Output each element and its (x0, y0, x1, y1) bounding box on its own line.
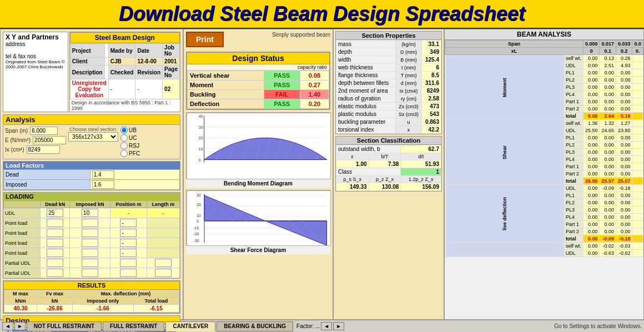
imposed-input[interactable] (92, 180, 114, 189)
xl1: 0.1 (600, 48, 616, 55)
tab-not-full-restraint[interactable]: NOT FULL RESTRAINT (27, 321, 102, 331)
tab-cantilever[interactable]: CANTILEVER (165, 321, 215, 331)
table-row: torsional index x 42.2 (336, 126, 441, 134)
svg-marker-40 (265, 221, 327, 245)
pudl1-pos-input[interactable] (120, 259, 137, 267)
moment-self-wt-1: 0.13 (600, 55, 616, 62)
xl3: 0. (632, 48, 643, 55)
pl2-imposed-input[interactable] (82, 229, 98, 237)
span-label: Span (m) (5, 128, 28, 134)
tab-bearing-buckling[interactable]: BEARING & BUCKLING (217, 321, 293, 331)
total-load-value: -6.15 (133, 305, 179, 313)
pudl2-imposed-input[interactable] (82, 269, 98, 277)
table-row: Partial UDL (4, 258, 180, 268)
sfd-chart-area: 30 20 10 0 -10 -20 -30 (186, 190, 330, 245)
udl-dead-input[interactable] (47, 209, 63, 217)
results-header: RESULTS (4, 281, 179, 290)
pudl2-pos-input[interactable] (120, 269, 137, 277)
tab-nav-right[interactable]: ► (333, 322, 344, 330)
pl1-dead-input[interactable] (47, 219, 63, 227)
svg-text:20: 20 (199, 136, 203, 140)
pudl1-imposed-input[interactable] (82, 259, 98, 267)
dead-input[interactable] (92, 170, 114, 179)
radio-pfc[interactable] (120, 150, 128, 157)
project-label: Project (70, 44, 104, 58)
pl1-imposed-input[interactable] (82, 219, 98, 227)
job-no-value: 2001 (163, 58, 180, 66)
pl2-pos-input[interactable] (120, 229, 137, 237)
col-header-imposed: Imposed kN (70, 201, 110, 208)
tab-scroll-left[interactable]: ◄ (2, 322, 13, 330)
pl4-imposed-input[interactable] (82, 249, 98, 257)
fvmax-unit: kN (37, 298, 73, 305)
e-row: E (N/mm²) (5, 136, 66, 144)
checked-value: - (108, 79, 135, 99)
pl1-pos-input[interactable] (120, 219, 137, 227)
radio-ub[interactable] (120, 127, 128, 134)
imposed-label: Imposed (4, 180, 90, 190)
radio-rsj-label[interactable]: RSJ (120, 142, 140, 149)
page-no-value: 02 (163, 79, 180, 99)
pl3-dead-input[interactable] (47, 239, 63, 247)
col-header-type (4, 201, 41, 208)
table-row: Point load (4, 238, 180, 248)
revision-label: Revision (135, 66, 163, 79)
loading-section: LOADING Dead kN Imposed kN Position m Le… (3, 192, 180, 279)
svg-text:40: 40 (199, 114, 203, 118)
table-row: Vertical shear PASS 0.08 (188, 71, 329, 81)
table-row: p_s S_x p_z Z_x 1.2p_z Z_x (336, 176, 441, 183)
page-no-label: Page No (163, 66, 180, 79)
section-props-header: Section Properties (336, 32, 441, 40)
checked-label: Checked (108, 66, 135, 79)
project-table: Project Made by Date Job No Client CJB 1… (70, 43, 180, 99)
pl3-pos-input[interactable] (120, 239, 137, 247)
factor-text: Factor: ... (296, 323, 320, 329)
table-row: Shear self wt. 1.36 1.32 1.27 (445, 120, 643, 127)
tab-scroll-right[interactable]: ► (14, 322, 26, 330)
ba-table-container[interactable]: Span 0.000 0.017 0.033 0.0 xL 0 0.1 0.2 … (445, 40, 643, 318)
bs-text: Design in accordance with BS 5950 : Part… (70, 99, 180, 112)
svg-text:0: 0 (199, 158, 201, 162)
udl-imposed-input[interactable] (82, 209, 98, 217)
span-input[interactable] (30, 127, 58, 135)
pudl2-len-input[interactable] (155, 269, 172, 277)
pl4-dead-input[interactable] (47, 249, 63, 257)
table-row: elastic modulus Zx (cm3) 473 (336, 103, 441, 110)
middle-panel: Print Simply supported beam Design Statu… (183, 29, 333, 320)
ix-input[interactable] (27, 145, 60, 154)
ba-table: Span 0.000 0.017 0.033 0.0 xL 0 0.1 0.2 … (445, 40, 643, 257)
company-originated: Originated from Steel Beam © 2000-2007 C… (6, 59, 66, 69)
tab-full-restraint[interactable]: FULL RESTRAINT (103, 321, 164, 331)
analysis-section: Analysis Span (m) E (N/mm²) Ix (cm⁴) (3, 114, 180, 159)
pl3-imposed-input[interactable] (82, 239, 98, 247)
radio-ub-label[interactable]: UB (120, 127, 140, 134)
section-props-box: Section Properties mass (kg/m) 33.1 dept… (335, 31, 442, 134)
print-button[interactable]: Print (186, 32, 224, 47)
description-label: Description (70, 66, 104, 79)
e-input[interactable] (33, 136, 66, 144)
tab-nav-left[interactable]: ◄ (321, 322, 332, 330)
sfd-wrapper: 30 20 10 0 -10 -20 -30 (186, 190, 330, 254)
radio-uc-label[interactable]: UC (120, 134, 140, 142)
m-max-value: 40.30 (4, 305, 37, 313)
made-by-label: Made by (108, 44, 135, 58)
pl2-dead-input[interactable] (47, 229, 63, 237)
steel-section-select[interactable]: 356x127x33 (68, 132, 118, 142)
table-row: radius of gyration ry (cm) 2.58 (336, 95, 441, 103)
xl0: 0 (583, 48, 600, 55)
pudl2-dead-input[interactable] (47, 269, 63, 277)
svg-marker-39 (204, 195, 265, 221)
moment-self-wt-label: self wt. (564, 55, 583, 62)
col-header-length: Length m (147, 201, 180, 208)
beam-analysis-header: BEAM ANALYSIS (445, 29, 643, 40)
pudl1-dead-input[interactable] (47, 259, 63, 267)
date-value: 12-8-00 (135, 58, 163, 66)
x3-header: 0.0 (632, 41, 643, 48)
radio-uc[interactable] (120, 134, 128, 142)
pl4-pos-input[interactable] (120, 249, 137, 257)
radio-pfc-label[interactable]: PFC (120, 150, 140, 157)
table-row: Moment self wt. 0.00 0.13 0.26 (445, 55, 643, 62)
radio-rsj[interactable] (120, 142, 128, 149)
svg-text:10: 10 (199, 147, 203, 151)
pudl1-len-input[interactable] (155, 259, 172, 267)
